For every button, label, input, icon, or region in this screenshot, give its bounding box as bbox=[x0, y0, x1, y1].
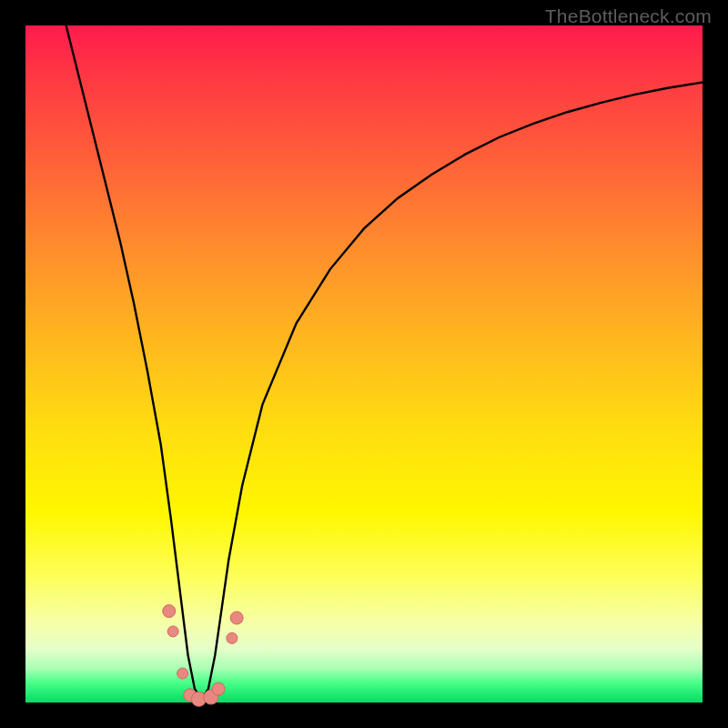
watermark-text: TheBottleneck.com bbox=[545, 5, 712, 27]
data-marker bbox=[163, 605, 176, 618]
chart-plot-area bbox=[25, 25, 703, 703]
bottleneck-curve bbox=[25, 25, 703, 703]
data-marker bbox=[230, 612, 243, 624]
data-marker bbox=[167, 626, 178, 637]
curve-line bbox=[66, 25, 703, 699]
data-marker bbox=[227, 632, 238, 643]
data-marker bbox=[177, 668, 188, 679]
data-marker bbox=[212, 682, 225, 695]
data-markers bbox=[163, 605, 243, 707]
